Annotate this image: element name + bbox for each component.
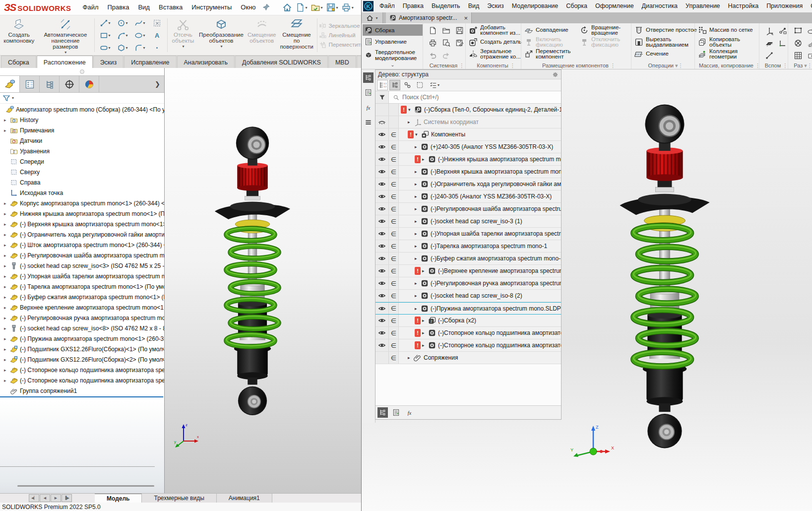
display-options-button[interactable]: ▾ [427,80,442,90]
membership-cell[interactable]: ∈ [389,191,399,202]
filter-button[interactable] [375,91,389,103]
parameters-button[interactable] [363,87,374,98]
tree-structure-view-button[interactable] [389,80,400,90]
expand-arrow-icon[interactable]: ▸ [4,211,8,216]
structure-tree-item[interactable]: ∈▸(-)240-305 (Аналог YSS MZ366-305TR-03-… [375,191,561,203]
visibility-cell[interactable] [375,228,389,240]
structure-tree-item[interactable]: ∈!▸(-)Нижняя крышка амортизатора spectru… [375,153,561,166]
expand-arrow-icon[interactable]: ▸ [4,326,8,331]
expand-arrow-icon[interactable]: ▸ [4,274,8,279]
eye-icon[interactable] [378,230,386,238]
membership-cell[interactable]: ∈ [389,253,399,264]
aux-lsk-button[interactable] [778,39,787,48]
print-button[interactable] [429,39,437,47]
preview-button[interactable] [442,39,450,47]
cm-tab-Броузер в сборке[interactable]: Броузер в сборке [357,56,361,68]
expand-arrow-icon[interactable]: ▸ [422,268,427,273]
section-button[interactable]: Сечение [634,48,698,60]
menu-Инструменты[interactable]: Инструменты [187,0,236,15]
menu-Приложения[interactable]: Приложения [762,0,807,12]
tree-item[interactable]: ▸History [0,115,164,125]
open-button[interactable]: ▾ [310,1,324,14]
create-part-button[interactable]: Создать деталь [469,36,524,48]
copy-objects-button[interactable]: Копировать объекты [698,36,762,48]
tree-item[interactable]: ▸Верхнее крепление амортизатора spectrum… [0,302,164,313]
tree-item[interactable]: ▸(-) Шток амортизатора spectrum mono<1> … [0,240,164,250]
menu-Правка[interactable]: Правка [103,0,134,15]
tree-item[interactable]: Амортизатор spectrum mono (Сборка) (260-… [0,104,164,115]
tree-item[interactable]: ΣУравнения [0,146,164,156]
menu-Оформление[interactable]: Оформление [591,0,638,12]
selection-filter-button[interactable] [414,80,425,90]
tree-item[interactable]: ▸(-) Регулировочная ручка амортизатора s… [0,313,164,323]
tree-item[interactable]: ▸(-) Подшипник GXS12.26Fluro(Сборка)<1> … [0,344,164,354]
eye-icon[interactable] [378,143,386,151]
sketch-line-button[interactable]: ▾ [96,17,114,29]
membership-cell[interactable]: ∈ [389,327,399,339]
expand-arrow-icon[interactable]: ▸ [415,231,420,236]
visibility-cell[interactable] [375,166,389,178]
menu-Вид[interactable]: Вид [133,0,154,15]
tab-configurationmanager[interactable] [40,76,60,92]
tree-item[interactable]: ▸(-) Верхняя крышка амортизатора spectru… [0,219,164,229]
menu-Правка[interactable]: Правка [399,0,428,12]
tab-featuremanager[interactable] [0,76,20,92]
visibility-cell[interactable] [375,215,389,227]
sketch-text-button[interactable]: A [148,29,166,42]
expand-arrow-icon[interactable]: ▸ [415,144,420,149]
sheet-button[interactable] [807,51,812,60]
cm-tab-Эскиз[interactable]: Эскиз [93,56,124,68]
expand-arrow-icon[interactable]: ▸ [415,169,420,174]
visibility-cell[interactable] [375,116,389,128]
save-button[interactable] [455,26,464,35]
menu-Моделирование[interactable]: Моделирование [508,0,562,12]
tab-displaymanager[interactable] [79,76,99,92]
visibility-cell[interactable] [375,265,389,277]
menu-Выделить[interactable]: Выделить [428,0,464,12]
menu-Настройка[interactable]: Настройка [724,0,763,12]
tree-item[interactable]: ▸(-) socket head cap screw_iso<8> (ISO 4… [0,323,164,333]
membership-cell[interactable]: ∈ [389,178,399,190]
sketch-spline-button[interactable]: ▾ [131,17,148,29]
tree-item[interactable]: Спереди [0,156,164,167]
eye-icon[interactable] [378,242,386,250]
expand-arrow-icon[interactable]: ▸ [4,232,8,237]
membership-cell[interactable]: ∈ [389,240,399,252]
expand-arrow-icon[interactable]: ▸ [422,330,427,335]
expand-arrow-icon[interactable]: ▸ [4,368,8,373]
sketch-circle-button[interactable]: ▾ [114,17,131,29]
membership-cell[interactable] [389,116,399,128]
structure-tree-item[interactable]: ∈▸(-)socket head cap screw_iso-8 (2) [375,290,561,302]
tree-item[interactable]: Группа сопряжений1 [0,385,164,396]
membership-cell[interactable]: ∈ [389,228,399,240]
table-button[interactable] [794,51,803,60]
close-tab-button[interactable]: × [464,15,468,21]
expand-arrow-icon[interactable]: ▸ [415,293,420,298]
footer-variables-button[interactable]: fx [404,407,415,418]
membership-cell[interactable] [389,104,399,116]
sketch-on-face-button[interactable] [807,26,812,35]
expand-arrow-icon[interactable]: ▸ [415,194,420,199]
new-document-button[interactable] [429,26,437,35]
tree-view-button[interactable]: 1.11.2 [377,80,388,90]
visibility-cell[interactable] [375,191,389,202]
save-button[interactable]: ▾ [325,1,339,14]
expand-arrow-icon[interactable]: ▸ [4,222,8,227]
home-button[interactable] [281,1,293,14]
expand-arrow-icon[interactable]: ▸ [4,118,8,123]
open-document-button[interactable] [442,26,450,35]
membership-cell[interactable]: ∈ [389,166,399,178]
new-document-button[interactable]: ▾ [294,1,309,14]
expand-arrow-icon[interactable]: ▸ [408,120,413,125]
kp-home-tab[interactable]: ▾ [362,12,383,23]
structure-tree-item[interactable]: ∈▸(-)Пружина амортизатора spectrum mono.… [375,302,561,315]
visibility-cell[interactable] [375,141,389,153]
tree-item[interactable]: Сверху [0,167,164,177]
cm-tab-Анализировать[interactable]: Анализировать [177,56,235,68]
expand-arrow-icon[interactable]: ▸ [4,295,8,300]
membership-cell[interactable]: ∈ [389,203,399,215]
expand-arrow-icon[interactable]: ▸ [4,357,8,362]
rollback-bar[interactable] [0,396,163,397]
print-button[interactable]: ▾ [340,1,355,14]
visibility-cell[interactable] [375,290,389,302]
